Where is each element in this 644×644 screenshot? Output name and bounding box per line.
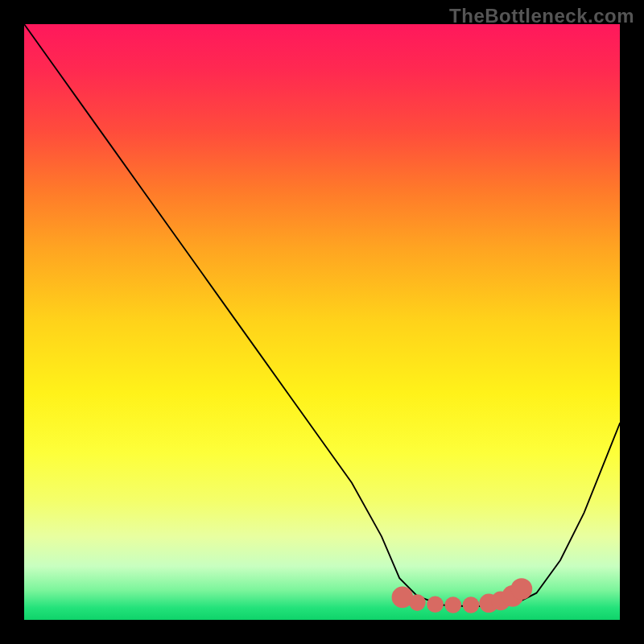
watermark-label: TheBottleneck.com: [449, 5, 634, 27]
valley-marker: [427, 596, 444, 613]
valley-marker: [409, 594, 426, 611]
valley-marker: [463, 597, 480, 613]
chart-container: TheBottleneck.com: [0, 0, 644, 644]
valley-marker: [444, 597, 461, 613]
valley-marker: [511, 578, 533, 600]
valley-markers: [392, 578, 533, 613]
curve-svg: [24, 24, 620, 620]
bottleneck-curve: [24, 24, 620, 606]
plot-area: [24, 24, 620, 620]
